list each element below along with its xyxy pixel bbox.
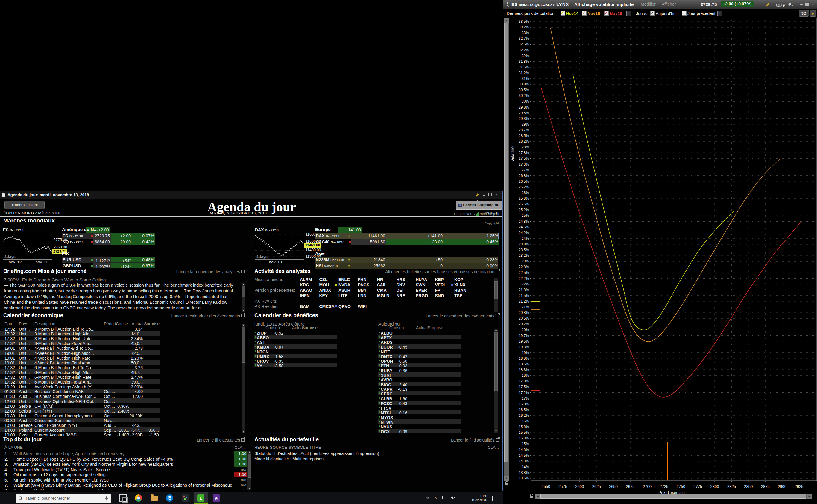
taskbar-clock[interactable]: 19:1613/11/2018 (461, 494, 488, 502)
lynx-app-icon[interactable]: L (194, 492, 208, 504)
earnings-row[interactable]: CERC (378, 391, 461, 395)
earnings-row[interactable]: ABEO (254, 335, 337, 339)
earnings-row[interactable]: MTSI0.16 (378, 410, 461, 414)
earnings-row[interactable]: BIOC-2.40 (378, 382, 461, 386)
skype-icon[interactable]: S (163, 492, 176, 504)
svg-text:19.3%: 19.3% (519, 345, 529, 349)
chart-vscrollbar[interactable]: ▲ ▼ (504, 18, 509, 481)
svg-text:21.2%: 21.2% (519, 299, 529, 303)
vol-smile-chart[interactable]: 2550257526002625265026752700272527502775… (503, 0, 817, 504)
earnings-row[interactable]: ONTX-0.42 (378, 354, 461, 358)
earnings-row[interactable]: AVRO (378, 377, 461, 381)
green-dot-icon (379, 416, 380, 418)
earnings-row[interactable]: NTWK (378, 419, 461, 424)
pen-icon[interactable]: ✎ (426, 496, 429, 500)
svg-text:22.8%: 22.8% (519, 265, 529, 269)
chrome-icon[interactable] (132, 492, 145, 504)
svg-text:14%: 14% (522, 465, 529, 469)
purple-app-icon[interactable]: ◉ (210, 492, 223, 504)
haxis-lock-icon[interactable] (530, 496, 533, 498)
svg-text:21.8%: 21.8% (519, 288, 529, 292)
svg-text:24.8%: 24.8% (519, 219, 529, 224)
display-icon[interactable] (442, 496, 447, 500)
earnings-row[interactable]: SURF (378, 372, 461, 377)
svg-text:26%: 26% (522, 191, 529, 195)
green-dot-icon (255, 332, 256, 333)
earnings-scrollbar[interactable]: ▲▼ (494, 329, 498, 433)
task-view-button[interactable] (116, 492, 130, 504)
svg-text:29%: 29% (522, 122, 529, 126)
green-dot-icon (255, 346, 256, 347)
earnings-row[interactable]: UMRX-1.58 (254, 354, 337, 358)
svg-text:21.5%: 21.5% (519, 294, 529, 298)
start-button[interactable] (0, 492, 14, 504)
svg-text:17.2%: 17.2% (519, 391, 529, 395)
earnings-row[interactable]: UROV-0.93 (254, 358, 337, 363)
svg-text:16.2%: 16.2% (519, 413, 529, 418)
green-dot-icon (379, 378, 380, 380)
svg-text:31.8%: 31.8% (519, 59, 529, 64)
file-explorer-icon[interactable] (147, 492, 161, 504)
earnings-row[interactable]: NITE (378, 349, 461, 353)
earnings-row[interactable]: RUBY-0.36 (378, 368, 461, 372)
earnings-row[interactable]: MYOS (378, 415, 461, 419)
svg-text:17%: 17% (522, 396, 529, 401)
earnings-row[interactable]: CLRB-1.60 (378, 396, 461, 400)
y-axis-title: Volatilité (510, 146, 515, 161)
svg-text:27.5%: 27.5% (519, 156, 529, 161)
taskbar: Taper ici pour rechercher S L ◉ ✎ ∧ 19:1… (0, 492, 503, 504)
earnings-row[interactable]: ARDS (378, 339, 461, 344)
svg-text:16.5%: 16.5% (519, 408, 529, 412)
green-dot-icon (379, 425, 380, 427)
tray-expand-icon[interactable]: ∧ (435, 496, 437, 500)
svg-text:31%: 31% (522, 77, 529, 81)
earnings-row[interactable]: NTGN (254, 349, 337, 353)
svg-text:13.8%: 13.8% (519, 471, 529, 475)
svg-text:17.8%: 17.8% (519, 379, 529, 383)
svg-text:15.3%: 15.3% (519, 436, 529, 440)
green-dot-icon (379, 430, 380, 432)
earnings-row[interactable]: ALBO (378, 330, 461, 335)
earnings-row[interactable]: NVUS (378, 424, 461, 428)
search-input[interactable]: Taper ici pour rechercher (16, 494, 111, 503)
earnings-row[interactable]: OPGN-0.60 (378, 358, 461, 363)
green-dot-icon (379, 341, 380, 342)
portfolio-status: Statut du fil d'actualités : Actif (Les … (255, 451, 379, 456)
earnings-row[interactable]: FCSC-0.43 (378, 401, 461, 405)
earnings-row[interactable]: CAPR-0.13 (378, 386, 461, 391)
earnings-row[interactable]: PTN0.03 (378, 363, 461, 367)
svg-text:18.5%: 18.5% (519, 362, 529, 366)
volatility-window: ES Dec21'18 @GLOBEX▼ LYNX Affichage vola… (503, 0, 817, 504)
svg-text:33.2%: 33.2% (519, 25, 529, 29)
chart-hscrollbar[interactable]: ◀ ▶ (535, 494, 812, 499)
portfolio-link[interactable]: Lancer le fil d'actualités (427, 438, 499, 442)
svg-text:28.7%: 28.7% (519, 128, 529, 132)
earnings-row[interactable]: YY13.58 (254, 363, 337, 367)
svg-text:2575: 2575 (558, 484, 567, 489)
earnings-row[interactable]: FTSV (378, 405, 461, 410)
earnings-row[interactable]: ECOR-0.45 (378, 344, 461, 349)
svg-text:24.5%: 24.5% (519, 225, 529, 229)
svg-text:2600: 2600 (575, 484, 584, 489)
volume-muted-icon[interactable] (451, 496, 455, 501)
earnings-row[interactable]: OCX-0.09 (378, 429, 461, 433)
earnings-row[interactable]: ZIOP-0.52 (254, 330, 337, 335)
vaxis-lock-icon[interactable] (505, 483, 508, 485)
earnings-row[interactable]: KMDA0.07 (254, 344, 337, 349)
svg-text:27.3%: 27.3% (519, 162, 529, 167)
svg-text:27.8%: 27.8% (519, 151, 529, 155)
green-dot-icon (379, 402, 380, 404)
svg-text:21%: 21% (522, 305, 529, 309)
svg-text:2625: 2625 (592, 484, 601, 489)
earnings-row[interactable]: APTX (378, 335, 461, 339)
action-center-icon[interactable] (492, 496, 493, 500)
svg-text:33%: 33% (522, 31, 529, 35)
svg-text:13.5%: 13.5% (519, 476, 529, 480)
green-dot-icon (379, 336, 380, 338)
svg-text:22.2%: 22.2% (519, 277, 529, 281)
earnings-ticker: OCX (381, 429, 390, 434)
green-dot-icon (255, 364, 256, 366)
show-desktop-strip[interactable] (501, 492, 503, 504)
dev-app-icon[interactable] (178, 492, 192, 504)
earnings-row[interactable]: AST (254, 339, 337, 344)
